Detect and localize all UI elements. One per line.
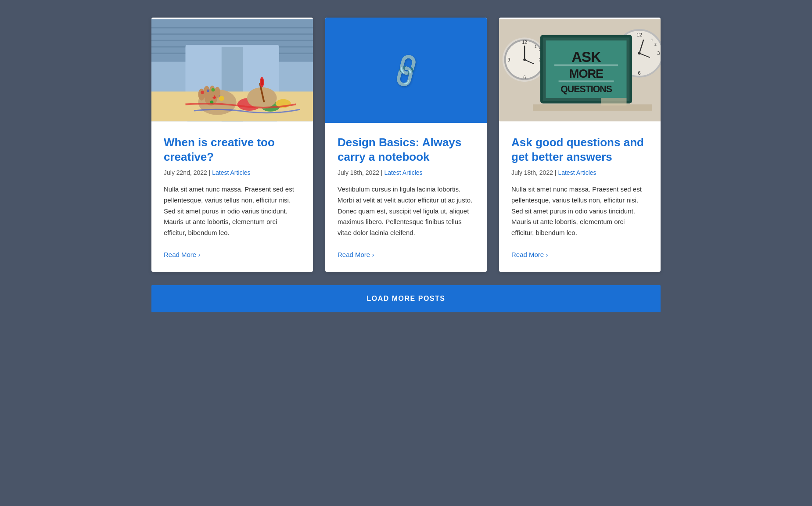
read-more-link-2[interactable]: Read More › xyxy=(338,251,374,258)
card-image-3: 12 3 6 9 1 2 12 3 6 9 1 xyxy=(499,18,661,123)
card-excerpt-1: Nulla sit amet nunc massa. Praesent sed … xyxy=(164,184,301,239)
svg-point-27 xyxy=(201,90,204,94)
svg-point-26 xyxy=(214,87,220,98)
svg-rect-62 xyxy=(601,98,626,105)
read-more-link-1[interactable]: Read More › xyxy=(164,251,200,258)
card-title-2: Design Basics: Always carry a notebook xyxy=(338,135,474,164)
svg-text:6: 6 xyxy=(638,70,640,76)
card-body-3: Ask good questions and get better answer… xyxy=(499,123,661,272)
card-date-2: July 18th, 2022 xyxy=(338,169,379,176)
svg-point-24 xyxy=(203,86,210,99)
card-image-1 xyxy=(151,18,313,123)
questions-image: 12 3 6 9 1 2 12 3 6 9 1 xyxy=(499,18,661,123)
svg-text:12: 12 xyxy=(636,32,642,37)
card-body-2: Design Basics: Always carry a notebook J… xyxy=(325,123,487,272)
read-more-arrow-2: › xyxy=(372,251,374,258)
card-excerpt-2: Vestibulum cursus in ligula lacinia lobo… xyxy=(338,184,474,239)
svg-text:1: 1 xyxy=(651,38,653,42)
read-more-link-3[interactable]: Read More › xyxy=(511,251,548,258)
svg-text:ASK: ASK xyxy=(571,49,601,65)
svg-rect-59 xyxy=(554,64,618,66)
link-icon: 🔗 xyxy=(386,51,426,90)
svg-text:3: 3 xyxy=(657,50,660,56)
card-when-is-creative: When is creative too creative? July 22nd… xyxy=(151,18,313,272)
svg-text:2: 2 xyxy=(654,42,657,47)
card-title-1: When is creative too creative? xyxy=(164,135,301,164)
card-meta-3: July 18th, 2022 | Latest Articles xyxy=(511,169,648,176)
card-title-3: Ask good questions and get better answer… xyxy=(511,135,648,164)
cards-grid: When is creative too creative? July 22nd… xyxy=(151,18,661,272)
card-meta-1: July 22nd, 2022 | Latest Articles xyxy=(164,169,301,176)
read-more-arrow-1: › xyxy=(198,251,200,258)
svg-point-25 xyxy=(209,86,216,98)
svg-point-28 xyxy=(207,90,209,92)
load-more-button[interactable]: LOAD MORE POSTS xyxy=(151,285,661,312)
page-wrapper: When is creative too creative? July 22nd… xyxy=(143,18,669,312)
card-excerpt-3: Nulla sit amet nunc massa. Praesent sed … xyxy=(511,184,648,239)
card-date-3: July 18th, 2022 xyxy=(511,169,553,176)
card-image-2: 🔗 xyxy=(325,18,487,123)
svg-rect-60 xyxy=(559,80,614,82)
svg-point-43 xyxy=(523,58,526,61)
card-date-1: July 22nd, 2022 xyxy=(164,169,207,176)
svg-text:9: 9 xyxy=(507,57,510,62)
card-design-basics: 🔗 Design Basics: Always carry a notebook… xyxy=(325,18,487,272)
card-category-link-2[interactable]: Latest Articles xyxy=(384,169,422,176)
svg-text:1: 1 xyxy=(535,44,537,49)
card-body-1: When is creative too creative? July 22nd… xyxy=(151,123,313,272)
svg-text:MORE: MORE xyxy=(569,67,604,80)
card-placeholder-2: 🔗 xyxy=(325,18,487,123)
svg-text:QUESTIONS: QUESTIONS xyxy=(560,84,612,94)
svg-point-22 xyxy=(261,79,263,85)
read-more-arrow-3: › xyxy=(546,251,548,258)
svg-point-53 xyxy=(638,52,641,54)
card-category-link-1[interactable]: Latest Articles xyxy=(212,169,250,176)
card-meta-2: July 18th, 2022 | Latest Articles xyxy=(338,169,474,176)
card-ask-questions: 12 3 6 9 1 2 12 3 6 9 1 xyxy=(499,18,661,272)
svg-text:6: 6 xyxy=(523,75,526,80)
card-category-link-3[interactable]: Latest Articles xyxy=(558,169,596,176)
svg-point-29 xyxy=(212,88,215,92)
artist-image xyxy=(151,18,313,123)
svg-point-17 xyxy=(219,96,224,101)
svg-rect-61 xyxy=(533,104,652,111)
svg-text:12: 12 xyxy=(522,40,527,45)
